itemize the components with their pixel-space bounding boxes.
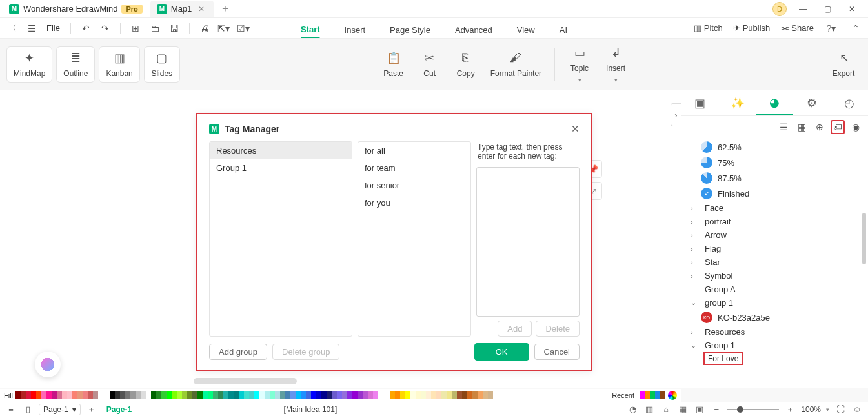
new-icon[interactable]: ⊞	[128, 21, 143, 35]
print-icon[interactable]: 🖨	[197, 21, 212, 35]
sidebar-toggle-icon[interactable]: ▯	[22, 404, 34, 415]
copy-button[interactable]: ⎘Copy	[448, 47, 484, 82]
list-item[interactable]: KOKO-b23a2a5e	[685, 310, 865, 325]
file-menu[interactable]: File	[44, 23, 63, 33]
group-item[interactable]: Group 1	[210, 159, 352, 177]
category-item[interactable]: vGroup A	[685, 282, 865, 296]
recent-swatches[interactable]	[640, 391, 665, 399]
window-minimize-icon[interactable]: ―	[794, 3, 811, 15]
color-wheel-icon[interactable]	[668, 391, 677, 400]
zoom-in-icon[interactable]: ＋	[784, 404, 796, 415]
outline-toggle-icon[interactable]: ≡	[5, 404, 17, 415]
category-Group1[interactable]: ⌄Group 1	[685, 339, 865, 352]
visibility-icon[interactable]: ◉	[849, 120, 863, 134]
format-painter-button[interactable]: 🖌Format Painter	[484, 47, 548, 82]
menu-ai[interactable]: AI	[560, 23, 567, 37]
app-tab[interactable]: M Wondershare EdrawMind Pro	[3, 1, 149, 17]
group-item[interactable]: Resources	[210, 142, 352, 159]
category-item[interactable]: ›Star	[685, 255, 865, 269]
topic-button[interactable]: ▭Topic▾	[561, 42, 598, 87]
sb-icon-4[interactable]: ▦	[677, 404, 689, 415]
pitch-button[interactable]: ▥Pitch	[694, 23, 723, 33]
cancel-button[interactable]: Cancel	[534, 344, 580, 360]
progress-item[interactable]: 75%	[685, 155, 865, 170]
tag-for-love[interactable]: For Love	[703, 352, 743, 365]
window-maximize-icon[interactable]: ▢	[819, 3, 836, 15]
category-resources[interactable]: ›Resources	[685, 325, 865, 339]
color-swatches-2[interactable]	[110, 391, 378, 399]
grid-view-icon[interactable]: ▦	[794, 120, 809, 134]
menu-page-style[interactable]: Page Style	[390, 23, 430, 37]
kanban-button[interactable]: ▥Kanban	[99, 46, 139, 83]
menu-view[interactable]: View	[517, 23, 535, 37]
zoom-out-icon[interactable]: −	[711, 404, 722, 415]
undo-icon[interactable]: ↶	[79, 21, 93, 35]
export-dropdown-icon[interactable]: ⇱▾	[217, 21, 231, 35]
redo-icon[interactable]: ↷	[98, 21, 112, 35]
add-page-icon[interactable]: ＋	[86, 404, 97, 415]
tab-close-icon[interactable]: ✕	[196, 5, 207, 14]
outline-button[interactable]: ≣Outline	[56, 46, 95, 83]
category-item[interactable]: ›portrait	[685, 215, 865, 228]
color-swatches-1[interactable]	[15, 391, 98, 399]
page-selector[interactable]: Page-1▾	[39, 404, 81, 415]
document-tab[interactable]: M Map1 ✕	[150, 1, 214, 17]
cut-button[interactable]: ✂Cut	[412, 47, 448, 82]
sb-icon-1[interactable]: ◔	[627, 404, 638, 415]
right-panel-scrollbar[interactable]	[862, 213, 866, 264]
menu-insert[interactable]: Insert	[345, 23, 366, 37]
help-icon[interactable]: ?▾	[824, 21, 838, 35]
export-button[interactable]: ⇱Export	[825, 47, 862, 82]
tag-manager-icon[interactable]: 🏷	[831, 120, 845, 134]
zoom-level[interactable]: 100%	[801, 405, 821, 414]
share-button[interactable]: ⫘Share	[780, 23, 814, 33]
tag-item[interactable]: for senior	[358, 177, 470, 194]
category-item[interactable]: ›Arrow	[685, 228, 865, 242]
rp-tab-style[interactable]: ▣	[681, 90, 719, 115]
category-item[interactable]: ›Flag	[685, 242, 865, 255]
user-avatar[interactable]: D	[772, 2, 787, 16]
page-tab[interactable]: Page-1	[103, 405, 136, 414]
delete-tag-button[interactable]: Delete	[536, 321, 580, 337]
dialog-close-icon[interactable]: ✕	[571, 123, 580, 135]
options-icon[interactable]: ☑▾	[236, 21, 250, 35]
category-group1[interactable]: ⌄group 1	[685, 296, 865, 310]
focus-icon[interactable]: ☺	[851, 404, 863, 415]
window-close-icon[interactable]: ✕	[843, 3, 860, 15]
open-icon[interactable]: 🗀	[148, 21, 162, 35]
menu-advanced[interactable]: Advanced	[455, 23, 492, 37]
slides-button[interactable]: ▢Slides	[144, 46, 180, 83]
save-icon[interactable]: 🖫	[167, 21, 181, 35]
progress-item[interactable]: ✓Finished	[685, 186, 865, 201]
add-tab-icon[interactable]: ＋	[215, 2, 236, 15]
fit-screen-icon[interactable]: ⛶	[834, 404, 846, 415]
mindmap-button[interactable]: ✦MindMap	[6, 46, 52, 83]
tag-item[interactable]: for you	[358, 194, 470, 212]
menu-icon[interactable]: ☰	[25, 21, 39, 35]
panel-collapse-icon[interactable]: ›	[671, 103, 681, 126]
rp-tab-icons[interactable]: ◕	[756, 90, 794, 115]
add-group-icon[interactable]: ⊕	[812, 120, 827, 134]
assistant-fab[interactable]	[35, 352, 61, 377]
collapse-ribbon-icon[interactable]: ⌃	[849, 21, 863, 35]
tag-item[interactable]: for all	[358, 142, 470, 159]
zoom-slider[interactable]	[727, 409, 779, 410]
rp-tab-settings[interactable]: ⚙	[793, 90, 831, 115]
list-view-icon[interactable]: ☰	[776, 120, 791, 134]
rp-tab-ai[interactable]: ✨	[719, 90, 756, 115]
add-group-button[interactable]: Add group	[209, 344, 267, 360]
sb-icon-5[interactable]: ▣	[694, 404, 705, 415]
menu-start[interactable]: Start	[301, 22, 320, 38]
insert-button[interactable]: ↲Insert▾	[598, 42, 634, 87]
tag-item[interactable]: for team	[358, 159, 470, 177]
paste-button[interactable]: 📋Paste	[376, 47, 412, 82]
sb-icon-3[interactable]: ⌂	[660, 404, 672, 415]
ok-button[interactable]: OK	[474, 343, 529, 361]
rp-tab-task[interactable]: ◴	[831, 90, 868, 115]
delete-group-button[interactable]: Delete group	[272, 344, 339, 360]
category-item[interactable]: ›Face	[685, 201, 865, 215]
color-swatches-3[interactable]	[390, 391, 493, 399]
back-icon[interactable]: 〈	[5, 21, 19, 35]
progress-item[interactable]: 62.5%	[685, 139, 865, 155]
progress-item[interactable]: 87.5%	[685, 170, 865, 186]
